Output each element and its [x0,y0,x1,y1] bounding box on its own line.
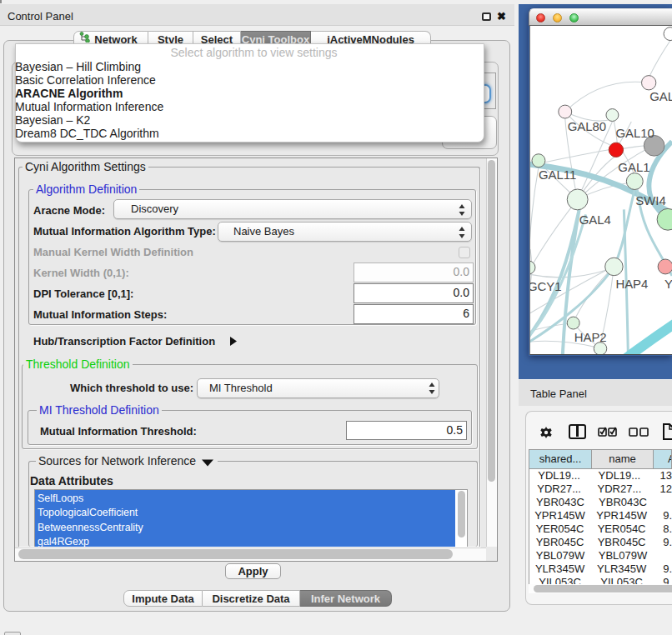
svg-text:GAL1: GAL1 [618,161,649,174]
svg-text:Y: Y [664,278,672,291]
svg-text:GAL11: GAL11 [539,168,576,182]
svg-text:GAL80: GAL80 [568,120,606,133]
svg-text:GCY1: GCY1 [529,280,562,293]
svg-text:GAL7: GAL7 [649,90,672,103]
svg-text:SWI4: SWI4 [635,194,665,208]
svg-text:HAP2: HAP2 [574,331,607,344]
svg-text:HAP4: HAP4 [615,278,648,291]
svg-text:GAL4: GAL4 [579,213,611,227]
svg-text:GAL10: GAL10 [615,127,654,140]
